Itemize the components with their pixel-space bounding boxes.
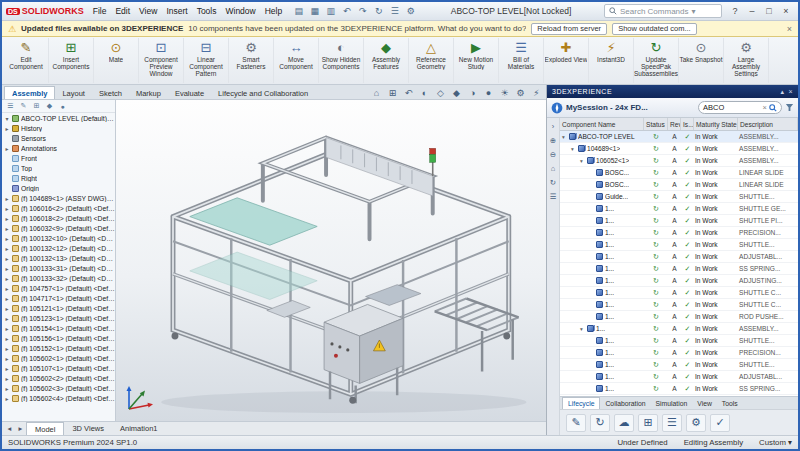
- table-row[interactable]: 1... ↻ A ✓ In Work SHUTTLE GE...: [560, 203, 798, 215]
- panel-side-tool-icon[interactable]: ⌂: [551, 164, 556, 173]
- tree-item[interactable]: ▸ (f) 106018<2> (Default) <Defaul...: [2, 213, 115, 223]
- table-row[interactable]: 1... ↻ A ✓ In Work PRECISION...: [560, 227, 798, 239]
- ribbon-button[interactable]: ✎ Edit Component: [4, 38, 49, 83]
- status-item[interactable]: Under Defined: [617, 438, 667, 447]
- search-caret-icon[interactable]: ▾: [691, 7, 695, 16]
- tree-item[interactable]: Top: [2, 163, 115, 173]
- column-header[interactable]: Description: [738, 118, 798, 130]
- table-row[interactable]: 1... ↻ A ✓ In Work SHUTTLE C...: [560, 299, 798, 311]
- model-tab[interactable]: Animation1: [112, 422, 166, 435]
- command-tab[interactable]: Sketch: [92, 87, 129, 99]
- table-row[interactable]: 1... ↻ A ✓ In Work SHUTTLE...: [560, 335, 798, 347]
- table-row[interactable]: 1... ↻ A ✓ In Work SHUTTLE PI...: [560, 215, 798, 227]
- table-row[interactable]: 1... ↻ A ✓ In Work SHUTTLE C...: [560, 287, 798, 299]
- panel-action-icon[interactable]: ☰: [662, 414, 682, 432]
- row-expander-icon[interactable]: ▾: [562, 134, 567, 140]
- tree-expander-icon[interactable]: ▸: [4, 205, 10, 212]
- feature-manager-tab-icon[interactable]: ⊞: [31, 102, 42, 110]
- tree-item[interactable]: ▸ (f) 105152<1> (Default) <Defaul...: [2, 343, 115, 353]
- menu-item[interactable]: View: [135, 5, 161, 17]
- tree-expander-icon[interactable]: ▸: [4, 385, 10, 392]
- status-item[interactable]: Custom ▾: [759, 438, 792, 447]
- quick-access-button[interactable]: ▦: [307, 4, 322, 19]
- view-tool-icon[interactable]: ●: [481, 88, 496, 98]
- tree-expander-icon[interactable]: ▾: [4, 115, 10, 122]
- ribbon-button[interactable]: ⊙ Mate: [94, 38, 139, 83]
- panel-search-box[interactable]: ABCO ×: [698, 101, 782, 114]
- column-header[interactable]: Status: [644, 118, 668, 130]
- tree-item[interactable]: ▸ Annotations: [2, 143, 115, 153]
- tree-expander-icon[interactable]: ▸: [4, 335, 10, 342]
- tree-item[interactable]: ▸ (f) 105602<3> (Default) <Defaul...: [2, 383, 115, 393]
- tree-item[interactable]: ▸ History: [2, 123, 115, 133]
- quick-access-button[interactable]: ↶: [339, 4, 354, 19]
- tree-expander-icon[interactable]: ▸: [4, 295, 10, 302]
- tree-expander-icon[interactable]: ▸: [4, 265, 10, 272]
- ribbon-button[interactable]: ↔ Move Component: [274, 38, 319, 83]
- command-tab[interactable]: Layout: [55, 87, 92, 99]
- tree-item[interactable]: ▾ ABCO-TOP LEVEL (Default) <Def...: [2, 113, 115, 123]
- column-header[interactable]: Maturity State: [694, 118, 738, 130]
- quick-access-button[interactable]: ☰: [387, 4, 402, 19]
- ribbon-button[interactable]: ↻ Update SpeedPak Subassemblies: [634, 38, 679, 83]
- panel-action-icon[interactable]: ✎: [566, 414, 586, 432]
- ribbon-button[interactable]: ⚡ Instant3D: [589, 38, 634, 83]
- ribbon-button[interactable]: ⊙ Take Snapshot: [679, 38, 724, 83]
- window-control-button[interactable]: –: [744, 4, 760, 18]
- menu-item[interactable]: File: [89, 5, 111, 17]
- filter-icon[interactable]: [785, 103, 794, 112]
- quick-access-button[interactable]: ↷: [355, 4, 370, 19]
- command-tab[interactable]: Lifecycle and Collaboration: [211, 87, 315, 99]
- panel-side-tool-icon[interactable]: ⊕: [550, 136, 556, 145]
- ribbon-button[interactable]: ◐ Show Hidden Components: [319, 38, 364, 83]
- menu-item[interactable]: Help: [261, 5, 286, 17]
- row-expander-icon[interactable]: ▾: [580, 326, 585, 332]
- tree-item[interactable]: ▸ (f) 100132<10> (Default) <Defa...: [2, 233, 115, 243]
- panel-side-tool-icon[interactable]: ↻: [550, 178, 556, 187]
- menu-item[interactable]: Window: [221, 5, 259, 17]
- tree-expander-icon[interactable]: ▸: [4, 145, 10, 152]
- view-tool-icon[interactable]: ◇: [433, 88, 448, 98]
- menu-item[interactable]: Insert: [162, 5, 191, 17]
- ribbon-button[interactable]: ⊟ Linear Component Pattern: [184, 38, 229, 83]
- table-row[interactable]: ▾ 104689<1> ↻ A ✓ In Work ASSEMBLY...: [560, 143, 798, 155]
- tree-expander-icon[interactable]: ▸: [4, 245, 10, 252]
- tree-item[interactable]: ▸ (f) 106032<9> (Default) <Defaul...: [2, 223, 115, 233]
- quick-access-button[interactable]: ▤: [291, 4, 306, 19]
- reload-from-server-button[interactable]: Reload from server: [531, 23, 607, 35]
- table-row[interactable]: Guide... ↻ A ✓ In Work SHUTTLE...: [560, 191, 798, 203]
- view-tool-icon[interactable]: ⚡: [529, 88, 544, 98]
- table-row[interactable]: BOSC... ↻ A ✓ In Work LINEAR SLIDE: [560, 167, 798, 179]
- quick-access-button[interactable]: ⚙: [403, 4, 418, 19]
- panel-action-icon[interactable]: ⊞: [638, 414, 658, 432]
- tree-item[interactable]: Front: [2, 153, 115, 163]
- table-row[interactable]: BOSC... ↻ A ✓ In Work LINEAR SLIDE: [560, 179, 798, 191]
- table-row[interactable]: 1... ↻ A ✓ In Work SHUTTLE...: [560, 359, 798, 371]
- command-tab[interactable]: Markup: [129, 87, 168, 99]
- column-header[interactable]: Is...: [681, 118, 694, 130]
- tree-item[interactable]: ▸ (f) 105602<2> (Default) <Defaul...: [2, 373, 115, 383]
- tree-expander-icon[interactable]: ▸: [4, 225, 10, 232]
- tree-expander-icon[interactable]: ▸: [4, 235, 10, 242]
- ribbon-button[interactable]: ⚙ Smart Fasteners: [229, 38, 274, 83]
- feature-manager-tab-icon[interactable]: ☰: [5, 102, 16, 110]
- ribbon-button[interactable]: ▶ New Motion Study: [454, 38, 499, 83]
- table-row[interactable]: ▾ 1... ↻ A ✓ In Work ASSEMBLY...: [560, 323, 798, 335]
- view-tool-icon[interactable]: ◑: [465, 88, 480, 98]
- tree-item[interactable]: ▸ (f) 105121<1> (Default) <Defaul...: [2, 303, 115, 313]
- panel-action-icon[interactable]: ☁: [614, 414, 634, 432]
- view-tool-icon[interactable]: ◆: [449, 88, 464, 98]
- view-tool-icon[interactable]: ⌂: [369, 88, 384, 98]
- view-tool-icon[interactable]: ◐: [417, 88, 432, 98]
- panel-action-icon[interactable]: ↻: [590, 414, 610, 432]
- tree-item[interactable]: ▸ (f) 105156<1> (Default) <Defaul...: [2, 333, 115, 343]
- ribbon-button[interactable]: ✚ Exploded View: [544, 38, 589, 83]
- table-row[interactable]: 1... ↻ A ✓ In Work ADJUSTABL...: [560, 251, 798, 263]
- window-control-button[interactable]: □: [761, 4, 777, 18]
- view-tool-icon[interactable]: ↶: [401, 88, 416, 98]
- view-tool-icon[interactable]: ⚙: [513, 88, 528, 98]
- show-outdated-button[interactable]: Show outdated com...: [612, 23, 697, 35]
- model-tab[interactable]: 3D Views: [64, 422, 112, 435]
- tree-item[interactable]: ▸ (f) 105154<1> (Default) <Defaul...: [2, 323, 115, 333]
- tree-item[interactable]: ▸ (f) 100133<32> (Default) <Defa...: [2, 273, 115, 283]
